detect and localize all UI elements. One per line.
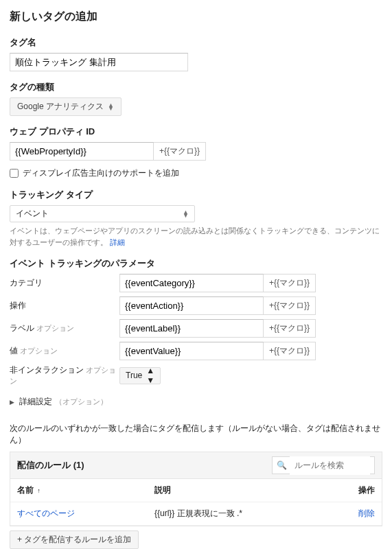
param-value-macro-button[interactable]: +{{マクロ}}	[264, 342, 316, 360]
table-row: すべてのページ {{url}} 正規表現に一致 .* 削除	[10, 502, 382, 526]
param-value-label: 値	[10, 346, 18, 355]
event-params-header: イベント トラッキングのパラメータ	[10, 257, 382, 270]
col-desc-header: 説明	[154, 484, 341, 496]
param-value-input[interactable]	[119, 342, 264, 360]
param-action-macro-button[interactable]: +{{マクロ}}	[264, 296, 316, 315]
advanced-1-opt: （オプション）	[55, 397, 108, 406]
advanced-settings-1[interactable]: ▶ 詳細設定 （オプション）	[10, 396, 382, 408]
param-label-input[interactable]	[119, 319, 264, 338]
tag-type-value: Google アナリティクス	[17, 101, 104, 113]
add-deliver-rule-button[interactable]: + タグを配信するルールを追加	[10, 530, 139, 549]
deliver-header-title: 配信のルール	[17, 460, 71, 470]
param-label-macro-button[interactable]: +{{マクロ}}	[264, 319, 316, 338]
non-interaction-label: 非インタラクション	[10, 365, 84, 375]
col-name-header[interactable]: 名前	[17, 485, 34, 495]
tag-type-label: タグの種類	[10, 81, 382, 93]
rule-delete-link[interactable]: 削除	[341, 508, 375, 519]
web-property-label: ウェブ プロパティ ID	[10, 126, 382, 138]
tracking-type-label: トラッキング タイプ	[10, 189, 382, 201]
tag-type-dropdown[interactable]: Google アナリティクス ▲▼	[10, 97, 122, 116]
param-category-macro-button[interactable]: +{{マクロ}}	[264, 274, 316, 292]
param-category-label: カテゴリ	[10, 278, 43, 288]
advanced-1-label: 詳細設定	[19, 397, 52, 406]
non-interaction-select[interactable]: True ▲▼	[119, 367, 161, 384]
tracking-help-link[interactable]: 詳細	[110, 238, 125, 246]
caret-updown-icon: ▲▼	[146, 366, 154, 385]
param-action-input[interactable]	[119, 296, 264, 315]
rules-search-box[interactable]: 🔍	[272, 456, 375, 474]
rule-name-link[interactable]: すべてのページ	[17, 508, 154, 519]
param-category-input[interactable]	[119, 274, 264, 292]
param-value-opt: オプション	[20, 347, 58, 355]
search-icon: 🔍	[277, 460, 287, 470]
tracking-type-select[interactable]: イベント ▲▼	[10, 205, 195, 222]
col-op-header: 操作	[341, 484, 375, 496]
display-ads-label: ディスプレイ広告主向けのサポートを追加	[23, 167, 179, 179]
triangle-right-icon: ▶	[10, 399, 14, 406]
tracking-help-text: イベントは、ウェブページやアプリのスクリーンの読み込みとは関係なくトラッキングで…	[10, 226, 380, 246]
param-action-label: 操作	[10, 301, 26, 310]
deliver-header-count: (1)	[73, 460, 84, 470]
deliver-rules-table: 配信のルール (1) 🔍 名前 ↑ 説明 操作 すべてのページ {{url}} …	[10, 452, 382, 526]
caret-updown-icon: ▲▼	[108, 104, 114, 110]
tag-name-label: タグ名	[10, 36, 382, 49]
tag-name-input[interactable]	[10, 53, 188, 71]
non-interaction-value: True	[126, 371, 142, 380]
caret-updown-icon: ▲▼	[183, 211, 189, 218]
tracking-type-value: イベント	[16, 208, 49, 220]
display-ads-checkbox[interactable]	[10, 169, 19, 178]
web-property-input[interactable]	[10, 142, 154, 161]
tracking-type-help: イベントは、ウェブページやアプリのスクリーンの読み込みとは関係なくトラッキングで…	[10, 225, 382, 248]
param-label-opt: オプション	[36, 324, 74, 332]
param-label-label: ラベル	[10, 323, 34, 333]
sort-arrow-icon: ↑	[37, 487, 41, 494]
rule-desc: {{url}} 正規表現に一致 .*	[154, 508, 341, 519]
page-title: 新しいタグの追加	[10, 10, 382, 24]
web-property-macro-button[interactable]: +{{マクロ}}	[154, 142, 206, 161]
rules-search-input[interactable]	[290, 456, 370, 475]
deliver-intro: 次のルールのいずれかが一致した場合にタグを配信します（ルールがない場合、タグは配…	[10, 423, 382, 446]
